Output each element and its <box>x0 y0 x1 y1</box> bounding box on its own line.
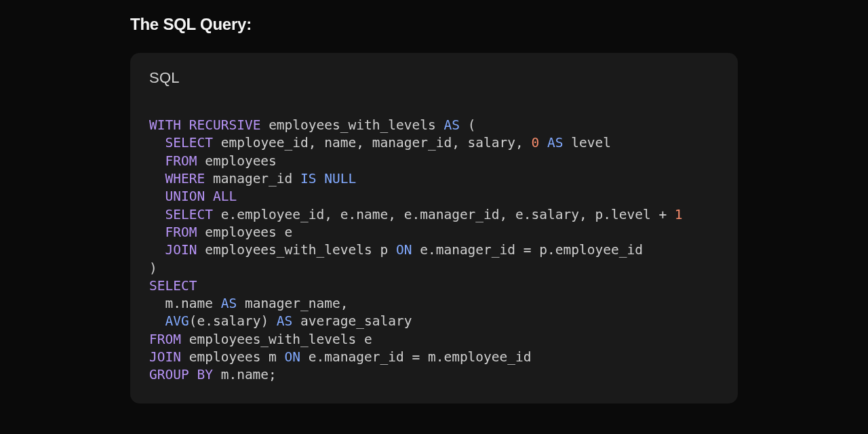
code-token: employees <box>197 153 276 169</box>
code-token: manager_id <box>205 171 300 186</box>
code-token: e.manager_id = m.employee_id <box>300 349 531 365</box>
code-token <box>149 224 165 240</box>
code-token: SELECT <box>149 278 197 294</box>
code-token: employee_id, name, manager_id, salary, <box>213 135 532 151</box>
code-token: e.employee_id, e.name, e.manager_id, e.s… <box>213 207 675 222</box>
code-language-label: SQL <box>149 69 719 87</box>
code-token: ( <box>460 117 475 133</box>
code-token: IS <box>300 171 316 186</box>
code-token: level <box>564 135 611 151</box>
code-content[interactable]: WITH RECURSIVE employees_with_levels AS … <box>149 117 719 384</box>
code-token: ALL <box>213 189 237 204</box>
code-token <box>149 313 165 329</box>
code-token <box>317 171 325 186</box>
code-token: WHERE <box>165 171 205 186</box>
code-token <box>149 153 165 169</box>
code-token: JOIN <box>149 349 181 365</box>
code-token <box>205 189 213 204</box>
section-heading: The SQL Query: <box>130 15 868 34</box>
code-token: JOIN <box>165 242 197 258</box>
code-token: AS <box>277 313 292 329</box>
code-token <box>149 242 165 258</box>
code-token: employees m <box>181 349 285 365</box>
code-token <box>149 189 165 204</box>
code-token: AS <box>221 296 237 311</box>
code-token: FROM <box>165 153 197 169</box>
code-token: AVG <box>165 313 189 329</box>
code-token: SELECT <box>165 207 212 222</box>
code-block: SQL WITH RECURSIVE employees_with_levels… <box>130 53 738 403</box>
code-token: employees_with_levels p <box>197 242 396 258</box>
code-token: UNION <box>165 189 205 204</box>
code-token: SELECT <box>165 135 212 151</box>
code-token: employees_with_levels <box>260 117 443 133</box>
code-token <box>181 117 189 133</box>
code-token: employees_with_levels e <box>181 332 372 347</box>
code-token: (e.salary) <box>189 313 277 329</box>
code-token: manager_name, <box>237 296 348 311</box>
code-token: RECURSIVE <box>189 117 261 133</box>
code-token: 1 <box>675 207 683 222</box>
code-token <box>149 135 165 151</box>
code-token: ON <box>285 349 300 365</box>
code-token: employees e <box>197 224 292 240</box>
code-token <box>539 135 547 151</box>
code-token <box>149 207 165 222</box>
code-token: ) <box>149 260 157 276</box>
code-token: FROM <box>165 224 197 240</box>
code-token: GROUP BY <box>149 367 213 382</box>
code-token: m.name; <box>213 367 277 382</box>
code-token: 0 <box>532 135 540 151</box>
code-token: m.name <box>149 296 221 311</box>
code-token: FROM <box>149 332 181 347</box>
code-token: ON <box>396 242 412 258</box>
code-token: WITH <box>149 117 181 133</box>
code-token: AS <box>547 135 563 151</box>
code-token: AS <box>443 117 459 133</box>
code-token: NULL <box>324 171 356 186</box>
code-token: e.manager_id = p.employee_id <box>412 242 642 258</box>
code-token <box>149 171 165 186</box>
code-token: average_salary <box>292 313 412 329</box>
